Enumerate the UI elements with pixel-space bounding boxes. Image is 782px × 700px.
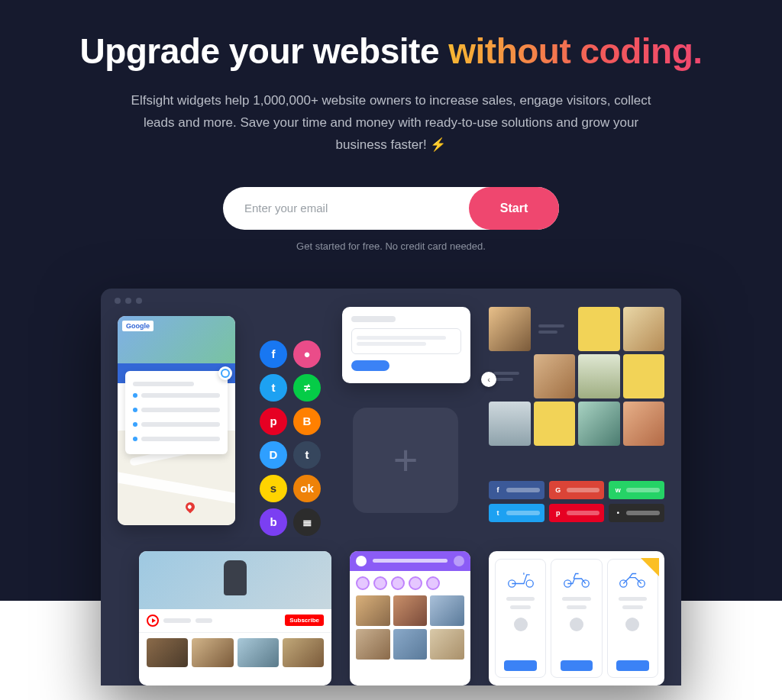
snapchat-icon[interactable]: s <box>260 475 287 502</box>
ig-action-icon <box>454 556 464 566</box>
ig-thumb <box>356 629 390 660</box>
placeholder-line <box>567 605 587 609</box>
tumblr-icon[interactable]: t <box>293 441 321 469</box>
video-thumb <box>192 638 233 667</box>
list-item <box>133 390 220 401</box>
gallery-thumb <box>623 354 665 398</box>
cover-figure <box>224 560 247 595</box>
ig-header <box>350 551 470 571</box>
list-item <box>133 434 220 444</box>
form-label-placeholder <box>351 316 396 322</box>
gallery-caption <box>534 307 576 351</box>
youtube-play-icon <box>147 615 159 627</box>
placeholder-line <box>133 382 194 386</box>
widget-social-icons: f●t≠pBDtsokb≣ <box>255 340 325 502</box>
story-avatar <box>356 576 370 590</box>
share-facebook-button[interactable]: f <box>489 481 544 499</box>
gallery-thumb <box>489 402 531 446</box>
youtube-cover <box>139 551 331 609</box>
share-other-button[interactable]: • <box>609 504 664 522</box>
pricing-cta-button <box>561 660 593 671</box>
placeholder-line <box>141 408 220 412</box>
list-item <box>133 419 220 430</box>
list-item <box>133 405 220 415</box>
widget-gallery: ‹ <box>489 307 664 452</box>
gallery-thumb <box>534 402 576 446</box>
ok-icon[interactable]: ok <box>293 475 321 502</box>
placeholder-line <box>562 597 590 601</box>
email-input[interactable] <box>244 202 469 215</box>
google-icon: G <box>554 485 563 495</box>
ribbon-icon <box>641 558 659 576</box>
story-avatar <box>426 576 440 590</box>
other-icon: • <box>613 508 622 518</box>
scooter-icon <box>506 569 536 589</box>
placeholder-line <box>196 618 212 623</box>
widget-add-tile[interactable]: + <box>353 408 458 513</box>
avatar-icon <box>356 556 367 566</box>
share-pinterest-button[interactable]: p <box>549 504 605 522</box>
moped-icon <box>561 569 592 589</box>
form-submit-button <box>351 360 389 371</box>
pinterest-icon[interactable]: p <box>260 408 287 435</box>
gallery-prev-icon[interactable]: ‹ <box>481 372 496 387</box>
video-thumb <box>238 638 279 667</box>
gallery-thumb <box>534 354 576 398</box>
map-hero-photo: Google <box>118 316 235 363</box>
badoo-icon[interactable]: b <box>260 508 287 536</box>
twitter-icon[interactable]: t <box>260 374 287 402</box>
placeholder-line <box>567 488 600 492</box>
blogger-icon[interactable]: B <box>293 408 321 435</box>
buffer-icon[interactable]: ≣ <box>293 508 321 536</box>
placeholder-line <box>141 422 220 427</box>
share-twitter-button[interactable]: t <box>489 504 544 522</box>
bullet-icon <box>133 422 137 427</box>
placeholder-line <box>510 605 531 609</box>
plus-icon: + <box>393 439 418 482</box>
placeholder-line <box>567 511 600 515</box>
gallery-thumb <box>578 354 620 398</box>
story-avatar <box>373 576 387 590</box>
placeholder-line <box>626 488 660 492</box>
gallery-thumb <box>489 307 531 351</box>
hero-subhead: Elfsight widgets help 1,000,000+ website… <box>124 90 658 156</box>
svg-point-1 <box>526 580 533 587</box>
dribbble-icon[interactable]: ● <box>293 340 321 368</box>
share-google-button[interactable]: G <box>549 481 605 499</box>
video-thumb <box>147 638 188 667</box>
headline-accent: without coding. <box>448 31 702 71</box>
placeholder-line <box>506 511 540 515</box>
gallery-thumb <box>623 402 665 446</box>
story-avatar <box>409 576 422 590</box>
disqus-icon[interactable]: D <box>260 441 287 469</box>
youtube-bar: Subscribe <box>139 609 331 633</box>
story-avatar <box>391 576 405 590</box>
ig-stories <box>350 571 470 595</box>
widget-map: Google <box>118 316 235 525</box>
pricing-card <box>607 559 658 678</box>
share-whatsapp-button[interactable]: w <box>609 481 664 499</box>
navigate-icon <box>218 366 232 380</box>
email-pill: Start <box>223 187 559 230</box>
traffic-dot <box>136 298 142 304</box>
email-form: Start <box>31 187 751 230</box>
placeholder-line <box>163 618 191 623</box>
form-note: Get started for free. No credit card nee… <box>31 240 751 252</box>
price-circle <box>514 618 528 631</box>
facebook-icon[interactable]: f <box>260 340 287 368</box>
placeholder-line <box>506 597 535 601</box>
widget-share-buttons: fGwtp• <box>489 481 664 524</box>
placeholder-line <box>357 342 426 346</box>
start-button[interactable]: Start <box>469 187 559 230</box>
headline-plain: Upgrade your website <box>79 31 448 71</box>
ig-thumb <box>393 595 428 626</box>
map-brand-label: Google <box>122 321 153 331</box>
subscribe-button[interactable]: Subscribe <box>285 615 324 626</box>
widget-youtube: Subscribe <box>139 551 331 685</box>
map-details-panel <box>125 371 228 454</box>
ig-feed <box>350 595 470 660</box>
gallery-thumb <box>578 307 620 351</box>
deviantart-icon[interactable]: ≠ <box>293 374 321 402</box>
placeholder-line <box>622 605 643 609</box>
placeholder-line <box>373 559 448 563</box>
